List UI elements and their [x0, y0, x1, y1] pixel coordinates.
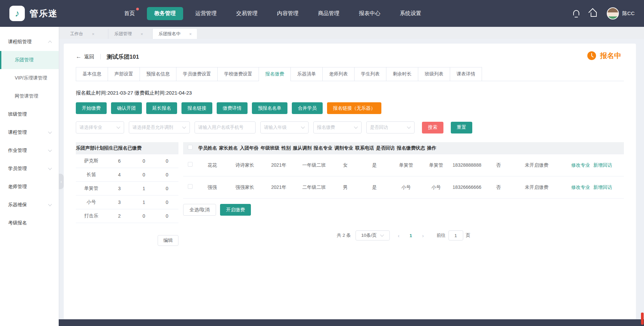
top-nav-item[interactable]: 内容管理 [270, 7, 306, 20]
detail-tab[interactable]: 学生列表 [354, 67, 386, 81]
filter-field[interactable]: 是否回访 [366, 121, 415, 133]
sidebar-item[interactable]: 老师管理 [0, 178, 59, 196]
page-size-select[interactable]: 10条/页 [356, 230, 390, 240]
sidebar-item[interactable]: 乐团管理 [0, 51, 59, 69]
chevron-down-icon [407, 125, 411, 129]
back-arrow-icon: ← [76, 53, 82, 60]
sidebar-item[interactable]: 学员管理 [0, 160, 59, 178]
bell-icon[interactable] [572, 9, 581, 18]
open-tab-label: 工作台 [70, 31, 83, 37]
top-nav-item[interactable]: 运营管理 [188, 7, 224, 20]
detail-tab[interactable]: 剩余时长 [386, 67, 418, 81]
select-all-button[interactable]: 全选/取消 [183, 204, 216, 216]
action-button[interactable]: 合并学员 [292, 102, 323, 114]
action-button[interactable]: 缴费详情 [217, 102, 248, 114]
action-button[interactable]: 报名链接 [181, 102, 212, 114]
detail-tab-label: 班级列表 [425, 71, 443, 76]
sidebar-item[interactable]: 课程组管理 [0, 33, 59, 51]
open-tab[interactable]: 工作台 × [64, 29, 108, 39]
detail-tab[interactable]: 学员缴费设置 [176, 67, 218, 81]
row-checkbox[interactable] [188, 162, 193, 167]
student-table-header: 家长姓名 [218, 143, 239, 153]
filter-field[interactable]: 报名缴费 [313, 121, 362, 133]
sidebar-item-label: VIP/乐理课管理 [15, 75, 48, 81]
home-icon[interactable] [589, 9, 598, 18]
top-nav-item[interactable]: 交易管理 [229, 7, 265, 20]
detail-tab-label: 老师列表 [329, 71, 348, 76]
detail-tab[interactable]: 报名缴费 [259, 67, 291, 81]
join-year: 2021年 [263, 160, 295, 170]
select-all-checkbox[interactable] [188, 145, 193, 150]
sidebar-item[interactable]: VIP/乐理课管理 [0, 69, 59, 87]
close-icon[interactable]: × [92, 32, 95, 37]
obey-adjust: 是 [358, 182, 391, 192]
close-icon[interactable]: × [189, 32, 192, 37]
detail-tab[interactable]: 乐器清单 [290, 67, 323, 81]
prev-page-button[interactable]: ‹ [394, 233, 403, 238]
top-nav-item[interactable]: 教务管理 [147, 7, 183, 20]
user-name: 陈CC [622, 10, 635, 17]
scrollbar-thumb[interactable] [641, 313, 644, 325]
detail-tab[interactable]: 老师列表 [322, 67, 355, 81]
action-button[interactable]: 确认开团 [111, 102, 142, 114]
section-table-header: 已报名 [113, 145, 127, 151]
modify-major-link[interactable]: 修改专业 [571, 184, 590, 190]
sidebar-collapse-handle[interactable]: ‹ [59, 174, 64, 189]
action-button[interactable]: 延长报名 [146, 102, 177, 114]
detail-tab-label: 学员缴费设置 [183, 71, 211, 76]
sidebar-item[interactable]: 网管课管理 [0, 87, 59, 105]
applied-major: 小号 [391, 182, 421, 192]
sidebar-item[interactable]: 班级管理 [0, 105, 59, 123]
detail-tab[interactable]: 声部设置 [108, 67, 140, 81]
sidebar-item[interactable]: 课程管理 [0, 123, 59, 142]
student-table-header: 服从调剂 [292, 143, 313, 153]
search-button[interactable]: 搜索 [422, 122, 443, 133]
detail-tab[interactable]: 预报名信息 [140, 67, 176, 81]
filter-placeholder: 请输入年级 [264, 124, 300, 130]
section-paid: 0 [156, 158, 178, 164]
goto-label: 前往 [437, 232, 446, 238]
sidebar-item[interactable]: 考级报名 [0, 214, 59, 232]
detail-tab[interactable]: 基本信息 [76, 67, 108, 81]
action-button[interactable]: 预报名名单 [252, 102, 287, 114]
top-nav-item[interactable]: 商品管理 [311, 7, 347, 20]
reset-button[interactable]: 重置 [451, 122, 472, 133]
back-button[interactable]: ← 返回 [76, 53, 94, 60]
filter-field[interactable]: 请选择是否允许调剂 [129, 121, 190, 133]
action-button-label: 预报名名单 [258, 105, 281, 111]
detail-tab[interactable]: 课表详情 [450, 67, 482, 81]
user-menu[interactable]: 陈CC [607, 7, 635, 19]
section-paid: 0 [156, 200, 178, 205]
detail-tab[interactable]: 学校缴费设置 [217, 67, 259, 81]
filter-field[interactable]: 请输入用户名或手机号 [195, 121, 256, 133]
action-button[interactable]: 开始缴费 [76, 102, 107, 114]
goto-page-input[interactable]: 1 [448, 230, 463, 240]
student-table-header: 是否回访 [375, 143, 396, 153]
top-nav-item[interactable]: 报表中心 [352, 7, 388, 20]
chevron-down-icon [182, 125, 186, 129]
open-tab[interactable]: 乐团报名中 × [153, 29, 197, 39]
filter-placeholder: 是否回访 [370, 124, 406, 130]
add-revisit-link[interactable]: 新增回访 [593, 162, 612, 168]
filter-field[interactable]: 请输入年级 [260, 121, 309, 133]
detail-tab[interactable]: 班级列表 [418, 67, 450, 81]
top-nav-item[interactable]: 首页 [117, 7, 142, 20]
sidebar-item[interactable]: 乐器维保 [0, 196, 59, 214]
app-logo[interactable]: ♪ 管乐迷 [9, 6, 80, 21]
add-revisit-link[interactable]: 新增回访 [593, 184, 612, 190]
close-icon[interactable]: × [141, 32, 143, 37]
action-button[interactable]: 报名链接（无乐器） [327, 102, 381, 114]
open-tab[interactable]: 乐团管理 × [108, 29, 153, 39]
current-page[interactable]: 1 [408, 233, 414, 238]
sidebar-item-label: 乐团管理 [15, 57, 48, 63]
next-page-button[interactable]: › [419, 233, 427, 238]
top-nav-item[interactable]: 系统设置 [392, 7, 429, 20]
edit-button[interactable]: 编辑 [158, 235, 178, 246]
detail-tab-label: 预报名信息 [146, 71, 170, 76]
row-checkbox[interactable] [188, 184, 193, 189]
sidebar-item[interactable]: 作业管理 [0, 142, 59, 160]
modify-major-link[interactable]: 修改专业 [571, 162, 590, 168]
deadline-text: 报名截止时间:2021-03-27 缴费截止时间:2021-04-23 [76, 90, 624, 96]
start-payment-button[interactable]: 开启缴费 [220, 204, 251, 216]
filter-field[interactable]: 请选择专业 [76, 121, 124, 133]
